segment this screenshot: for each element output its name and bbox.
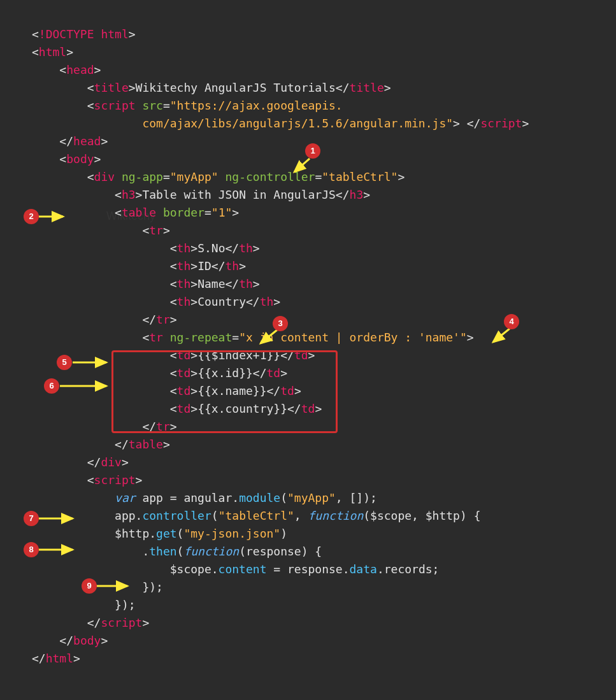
code-line: </table> bbox=[32, 436, 603, 454]
code-line: </body> bbox=[32, 632, 603, 650]
callout-badge-9: 9 bbox=[82, 578, 97, 594]
callout-arrow-7 bbox=[38, 513, 79, 526]
code-line: $scope.content = response.data.records; bbox=[32, 561, 603, 578]
svg-line-7 bbox=[493, 329, 510, 342]
callout-arrow-5 bbox=[71, 357, 113, 370]
callout-arrow-2 bbox=[38, 211, 69, 224]
code-line: <head> bbox=[32, 61, 603, 79]
callout-badge-1: 1 bbox=[305, 143, 320, 159]
code-line: </html> bbox=[32, 650, 603, 668]
callout-arrow-9 bbox=[96, 581, 134, 594]
code-line: }); bbox=[32, 596, 603, 614]
svg-line-5 bbox=[261, 330, 277, 343]
code-line: com/ajax/libs/angularjs/1.5.6/angular.mi… bbox=[32, 115, 603, 132]
code-line: <th>S.No</th> bbox=[32, 239, 603, 257]
code-block: <!DOCTYPE html><html> <head> <title>Wiki… bbox=[13, 25, 603, 668]
code-line: </script> bbox=[32, 614, 603, 632]
code-line: <script> bbox=[32, 471, 603, 489]
code-line: <script src="https://ajax.googleapis. bbox=[32, 97, 603, 115]
callout-badge-6: 6 bbox=[44, 378, 59, 394]
callout-arrow-8 bbox=[38, 545, 79, 557]
code-line: <div ng-app="myApp" ng-controller="table… bbox=[32, 168, 603, 186]
code-line: <title>Wikitechy AngularJS Tutorials</ti… bbox=[32, 79, 603, 97]
code-line: app.controller("tableCtrl", function($sc… bbox=[32, 507, 603, 525]
code-line: var app = angular.module("myApp", []); bbox=[32, 489, 603, 507]
code-line: <!DOCTYPE html> bbox=[32, 25, 603, 43]
svg-line-1 bbox=[294, 159, 310, 172]
callout-red-box bbox=[111, 350, 338, 433]
code-line: <table border="1"> bbox=[32, 204, 603, 222]
code-line: </div> bbox=[32, 454, 603, 471]
callout-badge-5: 5 bbox=[57, 355, 72, 370]
code-line: .then(function(response) { bbox=[32, 543, 603, 561]
callout-badge-7: 7 bbox=[24, 511, 39, 526]
code-line: <th>Country</th> bbox=[32, 293, 603, 311]
callout-badge-3: 3 bbox=[273, 316, 288, 331]
code-line: <h3>Table with JSON in AngularJS</h3> bbox=[32, 186, 603, 204]
callout-badge-2: 2 bbox=[24, 209, 39, 224]
code-line: <th>Name</th> bbox=[32, 275, 603, 293]
code-line: <tr ng-repeat="x in content | orderBy : … bbox=[32, 329, 603, 346]
code-line: <th>ID</th> bbox=[32, 257, 603, 275]
code-line: <tr> bbox=[32, 222, 603, 239]
code-line: <html> bbox=[32, 43, 603, 61]
callout-badge-8: 8 bbox=[24, 542, 39, 557]
code-line: $http.get("my-json.json") bbox=[32, 525, 603, 543]
callout-arrow-6 bbox=[59, 381, 113, 394]
callout-badge-4: 4 bbox=[504, 314, 519, 329]
